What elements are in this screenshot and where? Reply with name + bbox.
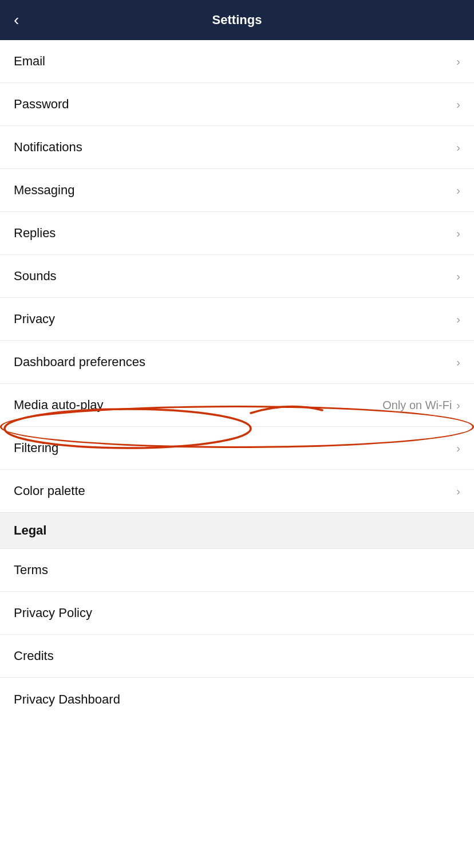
- settings-item-right-email: ›: [456, 55, 460, 68]
- chevron-icon-notifications: ›: [456, 141, 460, 154]
- settings-label-privacy-dashboard: Privacy Dashboard: [14, 692, 120, 707]
- chevron-icon-messaging: ›: [456, 184, 460, 197]
- settings-item-credits[interactable]: Credits: [0, 635, 474, 678]
- settings-item-right-notifications: ›: [456, 141, 460, 154]
- page-title: Settings: [212, 13, 262, 28]
- settings-item-right-messaging: ›: [456, 184, 460, 197]
- chevron-icon-color-palette: ›: [456, 485, 460, 498]
- settings-item-dashboard-preferences[interactable]: Dashboard preferences ›: [0, 341, 474, 384]
- settings-label-media-autoplay: Media auto-play: [14, 398, 104, 413]
- settings-item-color-palette[interactable]: Color palette ›: [0, 470, 474, 513]
- settings-label-email: Email: [14, 54, 45, 69]
- settings-item-right-password: ›: [456, 98, 460, 111]
- chevron-icon-password: ›: [456, 98, 460, 111]
- settings-label-terms: Terms: [14, 563, 48, 578]
- settings-label-credits: Credits: [14, 649, 54, 663]
- legal-section-header: Legal: [0, 513, 474, 549]
- settings-item-right-color-palette: ›: [456, 485, 460, 498]
- settings-item-password[interactable]: Password ›: [0, 83, 474, 126]
- settings-item-right-dashboard-preferences: ›: [456, 356, 460, 369]
- settings-item-media-autoplay[interactable]: Media auto-play Only on Wi-Fi ›: [0, 384, 474, 427]
- settings-item-right-replies: ›: [456, 227, 460, 240]
- chevron-icon-media-autoplay: ›: [456, 399, 460, 412]
- settings-label-dashboard-preferences: Dashboard preferences: [14, 355, 145, 370]
- chevron-icon-email: ›: [456, 55, 460, 68]
- settings-item-notifications[interactable]: Notifications ›: [0, 126, 474, 169]
- settings-label-password: Password: [14, 97, 69, 112]
- settings-item-replies[interactable]: Replies ›: [0, 212, 474, 255]
- settings-item-sounds[interactable]: Sounds ›: [0, 255, 474, 298]
- settings-value-media-autoplay: Only on Wi-Fi: [382, 399, 452, 412]
- chevron-icon-privacy: ›: [456, 313, 460, 326]
- settings-item-privacy-dashboard[interactable]: Privacy Dashboard: [0, 678, 474, 721]
- settings-item-filtering[interactable]: Filtering ›: [0, 427, 474, 470]
- chevron-icon-sounds: ›: [456, 270, 460, 283]
- settings-label-privacy-policy: Privacy Policy: [14, 606, 92, 620]
- settings-item-right-media-autoplay: Only on Wi-Fi ›: [382, 399, 460, 412]
- settings-item-privacy-policy[interactable]: Privacy Policy: [0, 592, 474, 635]
- settings-item-right-privacy: ›: [456, 313, 460, 326]
- settings-label-color-palette: Color palette: [14, 484, 85, 498]
- back-button[interactable]: ‹: [14, 11, 19, 29]
- legal-section-label: Legal: [14, 523, 46, 537]
- settings-list: Email › Password › Notifications › Messa…: [0, 40, 474, 721]
- chevron-icon-filtering: ›: [456, 442, 460, 455]
- settings-label-filtering: Filtering: [14, 441, 58, 455]
- app-header: ‹ Settings: [0, 0, 474, 40]
- settings-item-email[interactable]: Email ›: [0, 40, 474, 83]
- settings-label-privacy: Privacy: [14, 312, 55, 327]
- settings-label-messaging: Messaging: [14, 183, 74, 198]
- settings-item-right-filtering: ›: [456, 442, 460, 455]
- chevron-icon-dashboard-preferences: ›: [456, 356, 460, 369]
- settings-label-replies: Replies: [14, 226, 56, 241]
- settings-item-privacy[interactable]: Privacy ›: [0, 298, 474, 341]
- settings-item-terms[interactable]: Terms: [0, 549, 474, 592]
- settings-item-right-sounds: ›: [456, 270, 460, 283]
- settings-item-messaging[interactable]: Messaging ›: [0, 169, 474, 212]
- chevron-icon-replies: ›: [456, 227, 460, 240]
- settings-label-sounds: Sounds: [14, 269, 57, 284]
- settings-label-notifications: Notifications: [14, 140, 82, 155]
